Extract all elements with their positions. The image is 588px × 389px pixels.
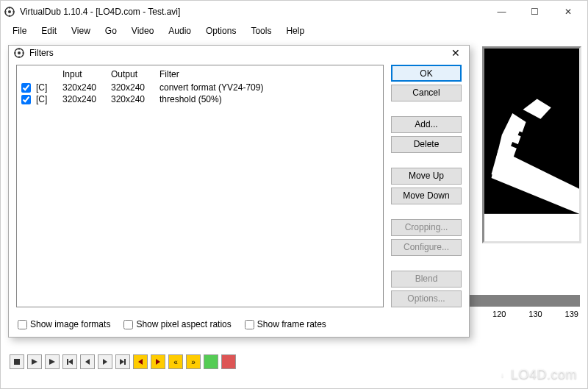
next-frame-button[interactable]: [98, 354, 112, 369]
blend-button[interactable]: Blend: [391, 271, 462, 288]
filter-row[interactable]: [C] 320x240 320x240 convert format (YV24…: [21, 82, 379, 93]
window-title: VirtualDub 1.10.4 - [LO4D.com - Test.avi…: [20, 7, 180, 17]
dialog-titlebar: Filters ✕: [9, 46, 469, 60]
svg-marker-20: [156, 359, 160, 365]
dialog-bottom-row: Show image formats Show pixel aspect rat…: [9, 315, 469, 337]
mark-out-button[interactable]: [221, 354, 236, 369]
filter-name: threshold (50%): [159, 94, 379, 104]
filter-tag: [C]: [36, 94, 61, 104]
filter-enable-checkbox[interactable]: [21, 83, 31, 93]
svg-marker-16: [103, 359, 107, 365]
menu-view[interactable]: View: [65, 24, 96, 38]
main-titlebar: VirtualDub 1.10.4 - [LO4D.com - Test.avi…: [1, 1, 587, 23]
svg-rect-18: [124, 359, 126, 365]
filter-tag: [C]: [36, 82, 61, 93]
move-up-button[interactable]: Move Up: [391, 168, 462, 185]
svg-rect-6: [484, 214, 579, 241]
svg-point-22: [18, 51, 21, 54]
menu-audio[interactable]: Audio: [162, 24, 197, 38]
filter-enable-checkbox[interactable]: [21, 95, 31, 104]
menu-edit[interactable]: Edit: [35, 24, 62, 38]
col-input: Input: [62, 69, 110, 79]
minimize-button[interactable]: —: [485, 1, 518, 22]
col-filter: Filter: [159, 69, 379, 79]
filter-input-size: 320x240: [62, 82, 110, 93]
menu-options[interactable]: Options: [200, 24, 242, 38]
menu-tools[interactable]: Tools: [245, 24, 277, 38]
key-prev-button[interactable]: [133, 354, 148, 369]
dialog-button-column: OK Cancel Add... Delete Move Up Move Dow…: [391, 65, 462, 307]
filter-output-size: 320x240: [111, 82, 158, 93]
menu-help[interactable]: Help: [280, 24, 310, 38]
show-image-formats-checkbox[interactable]: Show image formats: [18, 319, 110, 329]
add-button[interactable]: Add...: [391, 116, 462, 133]
menubar: File Edit View Go Video Audio Options To…: [1, 23, 587, 40]
play-button[interactable]: [27, 354, 42, 369]
svg-point-1: [8, 10, 11, 13]
app-icon: [4, 6, 15, 18]
svg-rect-13: [67, 359, 68, 365]
delete-button[interactable]: Delete: [391, 136, 462, 153]
menu-video[interactable]: Video: [126, 24, 159, 38]
svg-marker-12: [49, 359, 55, 365]
last-frame-button[interactable]: [115, 354, 130, 369]
filter-input-size: 320x240: [62, 94, 110, 104]
mark-in-button[interactable]: [204, 354, 218, 369]
svg-marker-19: [138, 359, 143, 365]
scene-next-button[interactable]: »: [186, 354, 201, 369]
svg-marker-11: [32, 359, 37, 365]
svg-rect-10: [14, 359, 20, 365]
ruler-tick: 120: [492, 310, 506, 318]
svg-marker-17: [120, 359, 124, 365]
move-down-button[interactable]: Move Down: [391, 188, 462, 204]
filter-row[interactable]: [C] 320x240 320x240 threshold (50%): [21, 93, 379, 105]
stop-button[interactable]: [10, 354, 24, 369]
dialog-icon: [13, 47, 25, 59]
transport-toolbar: « »: [10, 354, 236, 369]
filter-list-header: Input Output Filter: [21, 68, 379, 80]
filter-list[interactable]: Input Output Filter [C] 320x240 320x240 …: [16, 65, 384, 307]
filter-name: convert format (YV24-709): [159, 82, 379, 93]
options-button[interactable]: Options...: [391, 290, 462, 307]
show-frame-rates-checkbox[interactable]: Show frame rates: [245, 319, 326, 329]
ruler-tick: 130: [528, 310, 542, 318]
close-button[interactable]: ✕: [551, 1, 584, 22]
preview-pane: [482, 46, 581, 243]
dialog-close-button[interactable]: ✕: [447, 47, 465, 59]
show-pixel-aspect-checkbox[interactable]: Show pixel aspect ratios: [123, 319, 231, 329]
scene-prev-button[interactable]: «: [168, 354, 183, 369]
svg-marker-14: [68, 359, 73, 365]
menu-file[interactable]: File: [7, 24, 32, 38]
menu-go[interactable]: Go: [99, 24, 123, 38]
col-output: Output: [111, 69, 158, 79]
cancel-button[interactable]: Cancel: [391, 85, 462, 101]
ok-button[interactable]: OK: [391, 65, 462, 82]
key-next-button[interactable]: [151, 354, 165, 369]
first-frame-button[interactable]: [62, 354, 77, 369]
filters-dialog: Filters ✕ Input Output Filter [C] 320x24…: [8, 45, 470, 338]
watermark: ↓ LO4D.com: [495, 367, 577, 382]
maximize-button[interactable]: ☐: [518, 1, 551, 22]
play-output-button[interactable]: [45, 354, 60, 369]
prev-frame-button[interactable]: [80, 354, 95, 369]
cropping-button[interactable]: Cropping...: [391, 219, 462, 236]
filter-output-size: 320x240: [111, 94, 158, 104]
ruler-tick: 139: [565, 310, 578, 318]
timeline-ruler[interactable]: 0 120 130 139: [464, 295, 580, 324]
configure-button[interactable]: Configure...: [391, 239, 462, 256]
dialog-title: Filters: [29, 48, 54, 58]
svg-marker-15: [85, 359, 90, 365]
